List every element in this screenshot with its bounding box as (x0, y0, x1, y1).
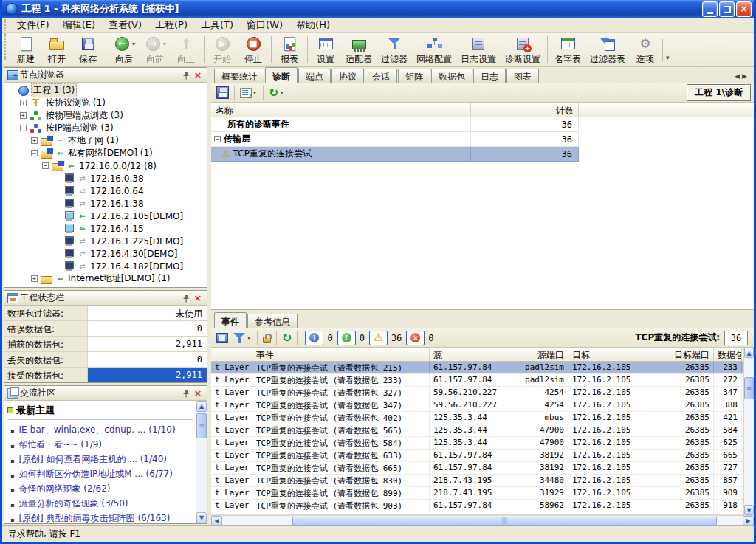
tab-图表[interactable]: 图表 (506, 69, 539, 83)
pin-icon[interactable] (180, 388, 192, 399)
refresh-button[interactable]: ↻▾ (267, 88, 286, 98)
tree-node[interactable]: −⇐私有网络[DEMO] (1) (4, 147, 207, 159)
close-button[interactable]: × (736, 1, 752, 17)
filter-toolbar-button[interactable]: 过滤器 (377, 33, 412, 66)
restore-button[interactable] (719, 1, 735, 17)
forum-topic-link[interactable]: ▪奇怪的网络现象 (2/62) (7, 483, 194, 497)
menu-item[interactable]: 工程(P) (148, 17, 194, 33)
event-row[interactable]: t LayerTCP重复的连接尝试 (请看数据包 903)61.157.97.8… (211, 500, 743, 512)
event-row[interactable]: t LayerTCP重复的连接尝试 (请看数据包 830)218.7.43.19… (211, 475, 743, 487)
column-header-目标端口[interactable]: 目标端口 (642, 348, 714, 361)
diagnosis-row[interactable]: −传输层36 (211, 132, 754, 147)
diagnosis-row[interactable]: ⚠TCP重复的连接尝试36 (211, 147, 754, 162)
column-header-源端口[interactable]: 源端口 (506, 348, 568, 361)
expand-icon[interactable]: + (31, 275, 38, 282)
tree-node[interactable]: −按IP端点浏览 (3) (4, 122, 207, 134)
community-scrollbar[interactable]: ▲ ▼ (196, 401, 207, 523)
tab-scroll-arrows[interactable]: ◀▶ (730, 72, 754, 83)
tab-协议[interactable]: 协议 (331, 69, 364, 83)
scroll-down-icon[interactable]: ▼ (196, 512, 207, 523)
expand-icon[interactable]: + (31, 137, 38, 144)
event-row[interactable]: t LayerTCP重复的连接尝试 (请看数据包 665)61.157.97.8… (211, 462, 743, 475)
tree-node[interactable]: ⇄172.16.1.225[DEMO] (4, 235, 207, 247)
name-toolbar-button[interactable]: 名字表 (550, 33, 585, 66)
column-header-数据包[interactable]: 数据包 (714, 348, 742, 361)
export-button[interactable] (214, 333, 230, 343)
tab-事件[interactable]: 事件 (214, 312, 247, 328)
tree-node[interactable]: +⇐Internet地址[DEMO] (1) (4, 272, 207, 285)
collapse-icon[interactable]: − (214, 136, 221, 142)
display-filter-button[interactable]: ▾ (238, 88, 260, 98)
forum-topic-link[interactable]: ▪IE-bar、winla.exe、cdnup. ... (1/10) (7, 424, 194, 438)
filter-button[interactable]: ▾ (230, 331, 254, 345)
expand-icon[interactable]: + (20, 100, 27, 106)
event-row[interactable]: t LayerTCP重复的连接尝试 (请看数据包 215)61.157.97.8… (211, 362, 743, 374)
event-row[interactable]: t LayerTCP重复的连接尝试 (请看数据包 327)59.56.210.2… (211, 387, 743, 399)
events-vertical-scrollbar[interactable]: ▲ ▼ (743, 348, 754, 515)
forum-topic-link[interactable]: ▪流量分析的奇怪现象 (3/50) (7, 497, 194, 512)
event-row[interactable]: t LayerTCP重复的连接尝试 (请看数据包 584)125.35.3.44… (211, 437, 743, 450)
events-horizontal-scrollbar[interactable]: ◀ ▶ (211, 515, 754, 526)
new-toolbar-button[interactable]: 新建 (10, 33, 41, 66)
forum-topic-link[interactable]: ▪帮忙看一看~~ (1/9) (7, 438, 194, 452)
collapse-icon[interactable]: − (31, 150, 38, 156)
tree-node[interactable]: ⇐172.16.4.15 (4, 222, 207, 235)
forward-toolbar-button[interactable]: →▾向前 (140, 33, 171, 66)
tab-数据包[interactable]: 数据包 (431, 69, 472, 83)
lock-button[interactable] (261, 333, 273, 343)
notice-filter-button[interactable]: ! (337, 331, 356, 345)
menu-grip[interactable] (4, 19, 8, 31)
tab-端点[interactable]: 端点 (298, 69, 331, 83)
tree-node[interactable]: −⇐172.16.0.0/12 (8) (4, 159, 207, 172)
tab-矩阵[interactable]: 矩阵 (398, 69, 430, 83)
scroll-thumb[interactable] (292, 517, 717, 526)
tab-参考信息[interactable]: 参考信息 (247, 314, 298, 328)
log-toolbar-button[interactable]: 日志设置 (456, 33, 501, 66)
dropdown-arrow-icon[interactable]: ▾ (132, 41, 135, 47)
tree-node[interactable]: ⇄172.16.4.182[DEMO] (4, 260, 207, 272)
scroll-right-icon[interactable]: ▶ (743, 516, 754, 526)
report-toolbar-button[interactable]: 报表 (274, 33, 305, 66)
column-header[interactable] (211, 348, 252, 361)
tab-日志[interactable]: 日志 (473, 69, 506, 83)
settings-toolbar-button[interactable]: 设置 (310, 33, 341, 66)
menu-item[interactable]: 工具(T) (194, 17, 240, 33)
options-toolbar-button[interactable]: ⚙选项 (630, 33, 661, 66)
network-toolbar-button[interactable]: 网络配置 (412, 33, 456, 66)
menu-item[interactable]: 文件(F) (10, 17, 56, 33)
diagnosis-toolbar-button[interactable]: 诊断设置 (501, 33, 545, 66)
pin-icon[interactable] (180, 69, 192, 80)
tab-诊断[interactable]: 诊断 (265, 67, 298, 83)
tree-node[interactable]: ⇄172.16.0.64 (4, 185, 207, 197)
stop-toolbar-button[interactable]: ■停止 (238, 33, 269, 66)
column-header-count[interactable]: 计数 (471, 103, 579, 117)
minimize-button[interactable] (702, 1, 718, 17)
scroll-up-icon[interactable]: ▲ (196, 401, 207, 412)
tree-node[interactable]: ⇐172.16.2.105[DEMO] (4, 210, 207, 222)
panel-close-icon[interactable]: × (192, 69, 204, 80)
menu-item[interactable]: 查看(V) (102, 17, 148, 33)
column-header-源[interactable]: 源 (430, 348, 506, 361)
open-toolbar-button[interactable]: 打开 (41, 33, 72, 66)
up-toolbar-button[interactable]: ↑向上 (171, 33, 202, 66)
event-row[interactable]: t LayerTCP重复的连接尝试 (请看数据包 899)218.7.43.19… (211, 487, 743, 500)
tree-node[interactable]: ⇄172.16.0.38 (4, 172, 207, 185)
error-filter-button[interactable]: × (406, 331, 425, 345)
event-row[interactable]: t LayerTCP重复的连接尝试 (请看数据包 633)61.157.97.8… (211, 450, 743, 462)
adapter-toolbar-button[interactable]: 适配器 (341, 33, 377, 66)
export-save-button[interactable] (214, 86, 231, 99)
refresh-button[interactable]: ↻ (280, 333, 294, 343)
forum-topic-link[interactable]: ▪如何判断区分伪造IP地址或M ... (6/77) (7, 468, 194, 482)
forum-topic-link[interactable]: ▪[原创] 典型的病毒攻击矩阵图 (6/163) (7, 512, 194, 523)
tab-概要统计[interactable]: 概要统计 (214, 69, 264, 83)
panel-close-icon[interactable]: × (192, 292, 204, 303)
tab-会话[interactable]: 会话 (365, 69, 397, 83)
menu-item[interactable]: 帮助(H) (289, 17, 337, 33)
event-row[interactable]: t LayerTCP重复的连接尝试 (请看数据包 233)61.157.97.8… (211, 374, 743, 387)
column-header-name[interactable]: 名称 (211, 103, 471, 117)
scroll-up-icon[interactable]: ▲ (744, 348, 754, 358)
event-row[interactable]: t LayerTCP重复的连接尝试 (请看数据包 402)125.35.3.44… (211, 412, 743, 424)
toolbar-overflow-button[interactable]: ▾ (662, 39, 673, 61)
tree-node[interactable]: ⇄172.16.4.30[DEMO] (4, 247, 207, 260)
collapse-icon[interactable]: − (42, 162, 49, 169)
